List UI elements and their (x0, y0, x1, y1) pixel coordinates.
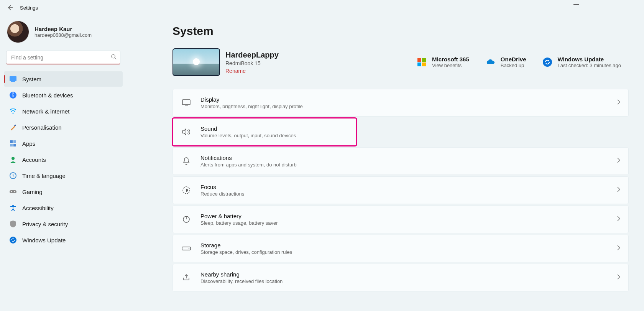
back-button[interactable] (5, 2, 15, 13)
item-title: Display (200, 96, 617, 103)
svg-point-17 (10, 237, 16, 244)
svg-point-16 (12, 205, 14, 206)
chevron-right-icon (617, 186, 621, 194)
svg-point-15 (14, 191, 15, 193)
profile-block[interactable]: Hardeep Kaur hardeep0688@gmail.com (4, 18, 123, 48)
item-nearby-sharing[interactable]: Nearby sharing Discoverability, received… (172, 264, 629, 291)
search-icon (111, 54, 117, 61)
person-icon (9, 156, 17, 163)
device-info: HardeepLappy RedmiBook 15 Rename (225, 51, 279, 74)
focus-icon (181, 186, 192, 194)
profile-email: hardeep0688@gmail.com (34, 32, 92, 38)
sidebar-item-label: Network & internet (22, 108, 69, 115)
sidebar-item-personalisation[interactable]: Personalisation (4, 120, 123, 135)
settings-list: Display Monitors, brightness, night ligh… (172, 89, 629, 291)
sidebar-item-label: System (22, 76, 41, 82)
item-storage[interactable]: Storage Storage space, drives, configura… (172, 235, 629, 262)
sidebar-item-accessibility[interactable]: Accessibility (4, 200, 123, 216)
item-sub: Storage space, drives, configuration rul… (200, 249, 617, 255)
quicklink-microsoft365[interactable]: Microsoft 365 View benefits (416, 56, 469, 68)
sidebar-item-privacy[interactable]: Privacy & security (4, 216, 123, 232)
minimize-button[interactable] (573, 4, 579, 5)
onedrive-icon (485, 56, 496, 68)
titlebar: Settings (0, 0, 644, 15)
accessibility-icon (9, 204, 17, 212)
sidebar-item-label: Gaming (22, 189, 43, 195)
item-title: Focus (200, 184, 617, 190)
item-title: Storage (200, 242, 617, 248)
sidebar-item-label: Personalisation (22, 124, 62, 131)
microsoft-icon (416, 56, 427, 68)
search-input[interactable] (6, 51, 120, 64)
svg-rect-23 (182, 100, 190, 105)
quicklink-sub: View benefits (432, 63, 469, 68)
sidebar-item-windows-update[interactable]: Windows Update (4, 232, 123, 248)
sidebar-item-label: Bluetooth & devices (22, 92, 73, 99)
back-arrow-icon (7, 5, 13, 11)
item-focus[interactable]: Focus Reduce distractions (172, 176, 629, 204)
update-icon (9, 236, 17, 244)
item-display[interactable]: Display Monitors, brightness, night ligh… (172, 89, 629, 117)
item-title: Sound (200, 125, 348, 132)
svg-rect-10 (13, 144, 16, 146)
update-icon (542, 56, 553, 68)
item-notifications[interactable]: Notifications Alerts from apps and syste… (172, 147, 629, 175)
chevron-right-icon (617, 245, 621, 252)
bell-icon (181, 157, 192, 165)
svg-rect-20 (417, 63, 421, 66)
item-power-battery[interactable]: Power & battery Sleep, battery usage, ba… (172, 206, 629, 233)
sidebar-item-system[interactable]: System (4, 71, 123, 87)
sidebar-item-network[interactable]: Network & internet (4, 104, 123, 119)
svg-rect-3 (11, 81, 15, 82)
item-sound[interactable]: Sound Volume levels, output, input, soun… (172, 118, 356, 146)
quicklink-onedrive[interactable]: OneDrive Backed up (485, 56, 526, 68)
device-name: HardeepLappy (225, 51, 279, 59)
window-title: Settings (20, 5, 38, 11)
rename-link[interactable]: Rename (225, 68, 279, 74)
sidebar-item-label: Apps (22, 140, 35, 147)
quicklink-title: OneDrive (501, 56, 526, 63)
apps-icon (9, 140, 17, 147)
svg-point-29 (189, 248, 189, 249)
display-icon (181, 99, 192, 106)
item-sub: Alerts from apps and system, do not dist… (200, 162, 617, 168)
sidebar-item-label: Accessibility (22, 205, 54, 211)
svg-rect-21 (422, 63, 426, 66)
sidebar-item-label: Time & language (22, 173, 66, 179)
sidebar-item-apps[interactable]: Apps (4, 136, 123, 151)
wifi-icon (9, 107, 17, 115)
svg-rect-19 (422, 58, 426, 62)
profile-name: Hardeep Kaur (34, 26, 92, 32)
svg-rect-7 (10, 140, 13, 143)
item-sub: Sleep, battery usage, battery saver (200, 220, 617, 226)
device-thumbnail[interactable] (172, 48, 220, 76)
device-model: RedmiBook 15 (225, 60, 279, 66)
power-icon (181, 215, 192, 224)
chevron-right-icon (617, 274, 621, 281)
device-row: HardeepLappy RedmiBook 15 Rename Microso… (172, 48, 629, 76)
bluetooth-icon (9, 91, 17, 99)
svg-point-4 (10, 92, 16, 99)
main: System HardeepLappy RedmiBook 15 Rename … (127, 15, 644, 311)
item-title: Nearby sharing (200, 271, 617, 278)
chevron-right-icon (617, 128, 621, 136)
quicklink-title: Windows Update (558, 56, 621, 63)
quicklink-windows-update[interactable]: Windows Update Last checked: 3 minutes a… (542, 56, 621, 68)
avatar (7, 21, 29, 43)
chevron-right-icon (617, 216, 621, 223)
quicklink-sub: Last checked: 3 minutes ago (558, 63, 621, 68)
sidebar-item-gaming[interactable]: Gaming (4, 184, 123, 199)
settings-window: Settings Hardeep Kaur hardeep0688@gmail.… (0, 0, 644, 311)
svg-point-0 (112, 54, 115, 58)
sidebar-item-bluetooth[interactable]: Bluetooth & devices (4, 87, 123, 103)
svg-rect-13 (10, 190, 16, 193)
svg-point-14 (11, 191, 12, 193)
item-sub: Volume levels, output, input, sound devi… (200, 133, 348, 138)
chevron-right-icon (617, 157, 621, 165)
sidebar-item-accounts[interactable]: Accounts (4, 152, 123, 167)
quicklink-sub: Backed up (501, 63, 526, 68)
search-wrap (6, 51, 120, 64)
gamepad-icon (9, 188, 17, 196)
sidebar-item-time-language[interactable]: Time & language (4, 168, 123, 183)
svg-point-11 (12, 157, 15, 160)
